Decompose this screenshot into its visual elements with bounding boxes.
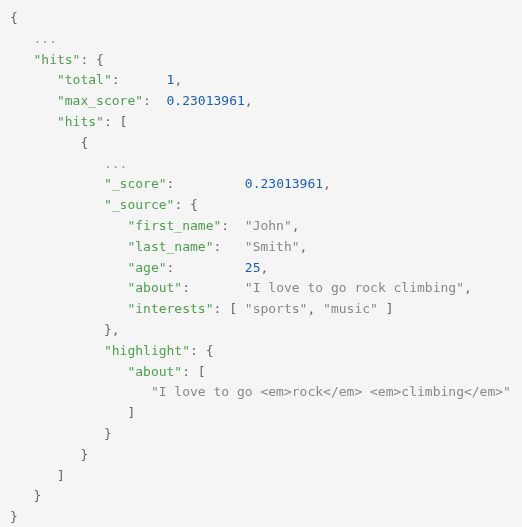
key-interests: "interests"	[127, 301, 213, 316]
colon: :	[190, 343, 198, 358]
key-max-score: "max_score"	[57, 93, 143, 108]
bracket-close: ]	[57, 468, 65, 483]
comma: ,	[464, 280, 472, 295]
value-interest-1: "music"	[323, 301, 378, 316]
value-score: 0.23013961	[245, 176, 323, 191]
brace-close: }	[80, 447, 88, 462]
colon: :	[221, 218, 229, 233]
brace-close: }	[104, 426, 112, 441]
value-age: 25	[245, 260, 261, 275]
colon: :	[80, 52, 88, 67]
comma: ,	[260, 260, 268, 275]
bracket-open: [	[198, 364, 206, 379]
key-highlight: "highlight"	[104, 343, 190, 358]
brace-open: {	[10, 10, 18, 25]
comma: ,	[174, 72, 182, 87]
comma: ,	[245, 93, 253, 108]
brace-open: {	[96, 52, 104, 67]
brace-open: {	[80, 135, 88, 150]
brace-open: {	[206, 343, 214, 358]
key-hits: "hits"	[57, 114, 104, 129]
ellipsis: ...	[104, 156, 127, 171]
ellipsis: ...	[33, 31, 56, 46]
comma: ,	[300, 239, 308, 254]
json-code-block: { ... "hits": { "total": 1, "max_score":…	[0, 0, 522, 527]
key-score: "_score"	[104, 176, 167, 191]
key-first-name: "first_name"	[127, 218, 221, 233]
value-highlight-about-0: "I love to go <em>rock</em> <em>climbing…	[151, 384, 511, 399]
brace-open: {	[190, 197, 198, 212]
brace-close: }	[33, 488, 41, 503]
comma: ,	[307, 301, 315, 316]
colon: :	[182, 280, 190, 295]
colon: :	[214, 239, 222, 254]
bracket-open: [	[229, 301, 237, 316]
bracket-open: [	[120, 114, 128, 129]
value-last-name: "Smith"	[245, 239, 300, 254]
value-first-name: "John"	[245, 218, 292, 233]
bracket-close: ]	[386, 301, 394, 316]
brace-close: }	[104, 322, 112, 337]
bracket-close: ]	[127, 405, 135, 420]
value-max-score: 0.23013961	[167, 93, 245, 108]
comma: ,	[112, 322, 120, 337]
colon: :	[167, 260, 175, 275]
colon: :	[182, 364, 190, 379]
key-source: "_source"	[104, 197, 174, 212]
colon: :	[143, 93, 151, 108]
brace-close: }	[10, 509, 18, 524]
key-total: "total"	[57, 72, 112, 87]
value-interest-0: "sports"	[245, 301, 308, 316]
comma: ,	[323, 176, 331, 191]
key-about: "about"	[127, 280, 182, 295]
key-hits: "hits"	[33, 52, 80, 67]
colon: :	[112, 72, 120, 87]
key-last-name: "last_name"	[127, 239, 213, 254]
colon: :	[167, 176, 175, 191]
key-about: "about"	[127, 364, 182, 379]
colon: :	[104, 114, 112, 129]
colon: :	[174, 197, 182, 212]
key-age: "age"	[127, 260, 166, 275]
colon: :	[214, 301, 222, 316]
value-about: "I love to go rock climbing"	[245, 280, 464, 295]
comma: ,	[292, 218, 300, 233]
